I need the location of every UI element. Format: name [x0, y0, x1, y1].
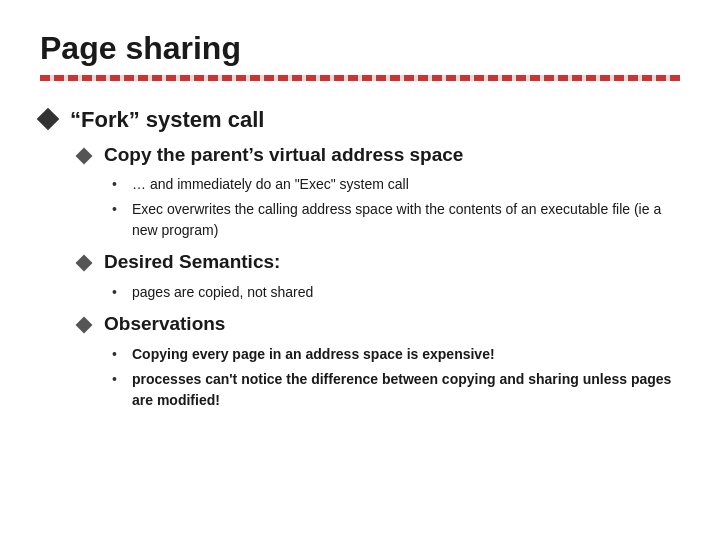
exec-bullet: • … and immediately do an "Exec" system … [112, 174, 680, 195]
copying-expensive-bullet: • Copying every page in an address space… [112, 344, 680, 365]
processes-notice-marker: • [112, 371, 124, 387]
copy-parent-marker [76, 147, 93, 164]
fork-label: “Fork” system call [70, 105, 680, 136]
exec-marker: • [112, 176, 124, 192]
processes-notice-text: processes can't notice the difference be… [132, 369, 680, 411]
copying-expensive-marker: • [112, 346, 124, 362]
pages-copied-marker: • [112, 284, 124, 300]
processes-notice-bullet: • processes can't notice the difference … [112, 369, 680, 411]
copy-sub-list: • … and immediately do an "Exec" system … [112, 174, 680, 241]
observations-label: Observations [104, 311, 680, 338]
slide: Page sharing “Fork” system call Copy the… [0, 0, 720, 540]
copy-parent-label: Copy the parent’s virtual address space [104, 142, 680, 169]
desired-semantics-bullet: Desired Semantics: • pages are copied, n… [78, 249, 680, 307]
pages-copied-bullet: • pages are copied, not shared [112, 282, 680, 303]
observations-sub-list: • Copying every page in an address space… [112, 344, 680, 411]
copying-expensive-text: Copying every page in an address space i… [132, 344, 495, 365]
bullet-fork-marker [37, 108, 60, 131]
desired-sub-list: • pages are copied, not shared [112, 282, 680, 303]
desired-semantics-marker [76, 255, 93, 272]
exec-overwrites-bullet: • Exec overwrites the calling address sp… [112, 199, 680, 241]
fork-sub-list: Copy the parent’s virtual address space … [78, 142, 680, 415]
exec-overwrites-text: Exec overwrites the calling address spac… [132, 199, 680, 241]
pages-copied-text: pages are copied, not shared [132, 282, 313, 303]
desired-semantics-label: Desired Semantics: [104, 249, 680, 276]
title-divider [40, 75, 680, 81]
bullet-fork: “Fork” system call Copy the parent’s vir… [40, 105, 680, 419]
copy-parent-bullet: Copy the parent’s virtual address space … [78, 142, 680, 246]
slide-title: Page sharing [40, 30, 680, 67]
exec-text: … and immediately do an "Exec" system ca… [132, 174, 409, 195]
observations-bullet: Observations • Copying every page in an … [78, 311, 680, 415]
observations-marker [76, 316, 93, 333]
exec-overwrites-marker: • [112, 201, 124, 217]
bullet-fork-content: “Fork” system call Copy the parent’s vir… [70, 105, 680, 419]
